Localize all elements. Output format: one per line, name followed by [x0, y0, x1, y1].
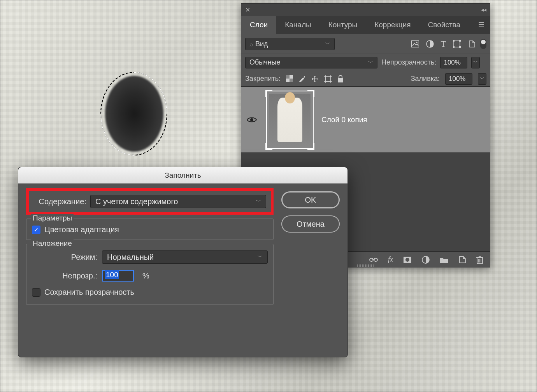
chevron-down-icon: ﹀ [256, 198, 261, 205]
close-icon[interactable]: ✕ [245, 6, 250, 14]
lock-label: Закрепить: [245, 75, 281, 83]
fx-icon[interactable]: fx [388, 256, 393, 264]
layer-name[interactable]: Слой 0 копия [321, 116, 367, 124]
svg-rect-3 [454, 41, 460, 47]
selection-marquee[interactable] [100, 72, 167, 156]
tab-adjustments[interactable]: Коррекция [366, 16, 419, 34]
dialog-opacity-input[interactable]: 100 [102, 270, 134, 282]
collapse-icon[interactable]: ◂◂ [481, 7, 486, 13]
lock-transparency-icon[interactable] [286, 75, 293, 83]
layer-opacity-input[interactable]: 100% [440, 57, 467, 68]
tab-channels[interactable]: Каналы [276, 16, 319, 34]
opacity-stepper[interactable]: ﹀ [471, 57, 480, 68]
mode-value: Нормальный [107, 253, 154, 262]
preserve-transparency-checkbox[interactable] [32, 288, 40, 297]
panel-titlebar[interactable]: ✕ ◂◂ [241, 4, 490, 16]
chevron-down-icon: ﹀ [258, 254, 263, 261]
link-layers-icon[interactable] [369, 257, 378, 262]
blend-mode-value: Обычные [249, 58, 281, 66]
svg-rect-6 [453, 46, 455, 48]
layer-item[interactable]: Слой 0 копия [241, 87, 490, 153]
svg-rect-4 [453, 40, 455, 42]
layer-fill-input[interactable]: 100% [445, 73, 472, 85]
lock-all-icon[interactable] [337, 75, 344, 83]
ok-button[interactable]: OK [281, 191, 340, 208]
options-fieldset: Параметры ✓ Цветовая адаптация [26, 219, 274, 240]
panel-resize-handle[interactable] [357, 264, 374, 267]
panel-menu-icon[interactable]: ☰ [472, 16, 490, 34]
svg-rect-5 [459, 40, 461, 42]
chevron-down-icon: ﹀ [368, 59, 373, 66]
opacity-label: Непрозрачность: [381, 58, 436, 66]
dialog-opacity-label: Непрозр.: [32, 271, 97, 280]
filter-smartobject-icon[interactable] [468, 40, 476, 48]
svg-rect-16 [338, 78, 343, 82]
layer-kind-select[interactable]: ⌕Вид ﹀ [245, 38, 335, 50]
layer-filter-icons: T [411, 39, 476, 49]
tab-layers[interactable]: Слои [241, 16, 276, 34]
svg-point-17 [250, 118, 253, 121]
svg-rect-10 [290, 79, 293, 82]
svg-rect-7 [459, 46, 461, 48]
chevron-down-icon: ﹀ [325, 40, 330, 47]
blend-mode-select[interactable]: Обычные ﹀ [245, 57, 377, 68]
color-adaptation-checkbox[interactable]: ✓ [32, 226, 40, 234]
dialog-title[interactable]: Заполнить [18, 167, 347, 184]
filter-adjustment-icon[interactable] [426, 40, 434, 48]
group-icon[interactable] [440, 256, 448, 263]
mode-select[interactable]: Нормальный ﹀ [102, 250, 268, 264]
search-icon: ⌕ [249, 41, 253, 47]
color-adaptation-label[interactable]: Цветовая адаптация [44, 225, 119, 234]
preserve-transparency-label[interactable]: Сохранить прозрачность [44, 288, 134, 297]
svg-point-22 [405, 258, 409, 262]
content-highlight: Содержание: С учетом содержимого ﹀ [26, 188, 274, 215]
cancel-button[interactable]: Отмена [281, 215, 340, 233]
filter-shape-icon[interactable] [453, 40, 461, 48]
lock-position-icon[interactable] [311, 75, 319, 83]
fill-label: Заливка: [411, 75, 440, 83]
fill-stepper[interactable]: ﹀ [478, 73, 486, 85]
mode-label: Режим: [32, 253, 97, 262]
kind-filter-value: Вид [255, 40, 268, 48]
adjustment-layer-icon[interactable] [422, 256, 430, 264]
filter-toggle[interactable] [480, 39, 486, 49]
layer-filter-row: ⌕Вид ﹀ T [241, 34, 490, 54]
blend-row: Обычные ﹀ Непрозрачность: 100% ﹀ [241, 54, 490, 71]
percent-unit: % [142, 271, 149, 280]
filter-type-icon[interactable]: T [441, 39, 446, 49]
lock-row: Закрепить: Заливка: 100% ﹀ [241, 71, 490, 87]
tab-paths[interactable]: Контуры [320, 16, 366, 34]
visibility-icon[interactable] [247, 116, 258, 123]
lock-pixels-icon[interactable] [298, 75, 305, 83]
blending-fieldset: Наложение Режим: Нормальный ﹀ Непрозр.: … [26, 244, 274, 305]
svg-rect-11 [325, 76, 331, 82]
svg-rect-9 [286, 75, 290, 79]
options-legend: Параметры [31, 214, 74, 222]
content-value: С учетом содержимого [95, 197, 178, 206]
content-label: Содержание: [33, 197, 86, 206]
fill-dialog: Заполнить Содержание: С учетом содержимо… [18, 167, 348, 357]
content-select[interactable]: С учетом содержимого ﹀ [90, 195, 266, 208]
filter-pixel-icon[interactable] [411, 40, 419, 47]
panel-tabs: Слои Каналы Контуры Коррекция Свойства ☰ [241, 16, 490, 34]
layer-thumbnail[interactable] [266, 91, 314, 149]
blending-legend: Наложение [31, 239, 74, 248]
mask-icon[interactable] [403, 256, 412, 263]
new-layer-icon[interactable] [458, 256, 466, 264]
delete-layer-icon[interactable] [476, 256, 483, 264]
tab-properties[interactable]: Свойства [419, 16, 469, 34]
svg-point-1 [416, 42, 418, 43]
lock-artboard-icon[interactable] [324, 75, 332, 83]
